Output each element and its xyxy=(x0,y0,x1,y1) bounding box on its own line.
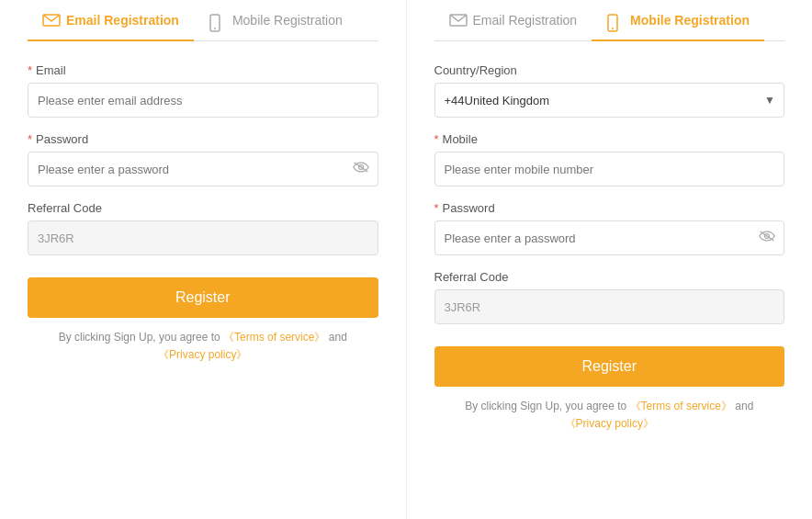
left-tab-email[interactable]: Email Registration xyxy=(28,0,194,40)
right-privacy-link[interactable]: 《Privacy policy》 xyxy=(565,417,654,430)
mobile-label: *Mobile xyxy=(434,132,785,146)
right-password-label: *Password xyxy=(434,201,785,215)
mobile-icon xyxy=(209,14,225,27)
terms-text: By clicking Sign Up, you agree to 《Terms… xyxy=(28,329,378,364)
referral-input[interactable] xyxy=(28,220,378,255)
referral-label: Referral Code xyxy=(28,201,378,215)
right-terms-text: By clicking Sign Up, you agree to 《Terms… xyxy=(434,398,785,433)
mobile-icon-right xyxy=(606,14,623,27)
country-select[interactable]: +44United Kingdom +1United States +86Chi… xyxy=(434,83,785,118)
country-label: Country/Region xyxy=(434,63,785,77)
left-tab-mobile-label: Mobile Registration xyxy=(232,13,343,28)
right-tabs: Email Registration Mobile Registration xyxy=(434,0,785,41)
right-register-button[interactable]: Register xyxy=(434,346,785,387)
left-tab-mobile[interactable]: Mobile Registration xyxy=(194,0,357,40)
right-tab-mobile-label: Mobile Registration xyxy=(630,13,750,28)
email-field-group: *Email xyxy=(28,63,378,118)
right-referral-input[interactable] xyxy=(434,289,785,324)
register-button[interactable]: Register xyxy=(28,277,378,318)
right-panel: Email Registration Mobile Registration C… xyxy=(407,0,813,519)
left-panel: Email Registration Mobile Registration *… xyxy=(0,0,407,519)
right-password-input[interactable] xyxy=(434,220,785,255)
right-referral-field-group: Referral Code xyxy=(434,270,785,324)
password-input-wrapper xyxy=(28,152,378,186)
right-password-field-group: *Password xyxy=(434,201,785,255)
country-field-group: Country/Region +44United Kingdom +1Unite… xyxy=(434,63,785,118)
email-icon-right xyxy=(449,14,466,27)
left-tabs: Email Registration Mobile Registration xyxy=(28,0,378,41)
right-tab-email[interactable]: Email Registration xyxy=(434,0,592,40)
password-input[interactable] xyxy=(28,152,378,186)
country-select-wrapper: +44United Kingdom +1United States +86Chi… xyxy=(434,83,785,118)
email-icon xyxy=(42,14,59,27)
password-field-group: *Password xyxy=(28,132,378,186)
mobile-input[interactable] xyxy=(434,152,785,186)
toggle-password-icon[interactable] xyxy=(353,161,369,177)
left-tab-email-label: Email Registration xyxy=(66,13,179,28)
email-input[interactable] xyxy=(28,83,378,118)
referral-field-group: Referral Code xyxy=(28,201,378,255)
page-wrapper: Email Registration Mobile Registration *… xyxy=(0,0,812,519)
right-terms-link[interactable]: 《Terms of service》 xyxy=(630,400,732,412)
terms-link[interactable]: 《Terms of service》 xyxy=(223,331,325,344)
right-password-input-wrapper xyxy=(434,220,785,255)
mobile-field-group: *Mobile xyxy=(434,132,785,186)
right-tab-mobile[interactable]: Mobile Registration xyxy=(592,0,764,40)
email-label: *Email xyxy=(28,63,378,77)
right-toggle-password-icon[interactable] xyxy=(759,230,775,246)
privacy-link[interactable]: 《Privacy policy》 xyxy=(158,348,247,361)
right-tab-email-label: Email Registration xyxy=(473,13,578,28)
password-label: *Password xyxy=(28,132,378,146)
right-referral-label: Referral Code xyxy=(434,270,785,284)
